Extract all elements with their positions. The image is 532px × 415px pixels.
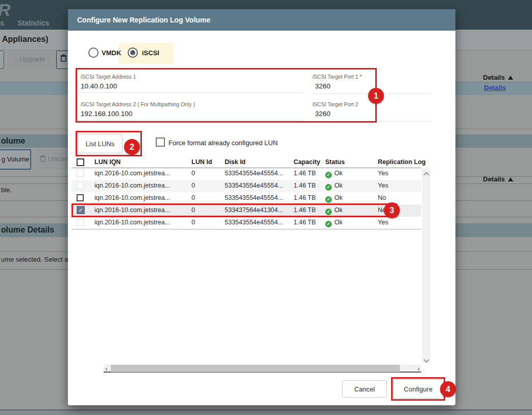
row-checkbox[interactable] — [77, 182, 84, 189]
annotation-step-3: 3 — [384, 202, 400, 218]
vertical-scrollbar[interactable] — [422, 169, 430, 363]
upgrade-button[interactable]: ↑Upgrade — [7, 51, 52, 69]
details-link[interactable]: Details — [484, 84, 506, 91]
bg-message-available: ble. — [1, 186, 12, 194]
table-row-selected[interactable]: ✓ iqn.2016-10.com.jetstrea... 0 53343756… — [71, 204, 421, 217]
screen: R s Statistics Appliances) ↑Upgrade Deta… — [0, 0, 532, 415]
address2-input[interactable]: 192.168.100.100 — [81, 110, 132, 118]
address2-label: iSCSI Target Address 2 ( For Multipathin… — [81, 101, 195, 107]
col-capacity[interactable]: Capacity — [294, 158, 320, 166]
row-checkbox[interactable] — [77, 170, 84, 177]
col-replication-log[interactable]: Replication Log — [378, 158, 426, 166]
iscsi-radio-label[interactable]: iSCSI — [142, 49, 159, 57]
trash-icon — [60, 54, 67, 62]
horizontal-scrollbar[interactable]: ‹ › — [104, 364, 421, 373]
tab-statistics[interactable]: Statistics — [17, 19, 49, 27]
configure-log-volume-button[interactable]: g Volume — [0, 149, 31, 170]
port2-input[interactable]: 3260 — [315, 110, 330, 118]
appliances-section-title: Appliances) — [2, 35, 49, 44]
scroll-right-icon[interactable]: › — [418, 365, 420, 373]
vmdk-radio-label[interactable]: VMDK — [102, 49, 121, 57]
row-checkbox-checked[interactable]: ✓ — [77, 206, 85, 214]
table-row[interactable]: iqn.2016-10.com.jetstrea... 0 533543554e… — [71, 168, 421, 180]
port2-underline — [312, 121, 430, 122]
scrollbar-thumb[interactable] — [111, 365, 400, 372]
scroll-up-icon[interactable] — [423, 172, 429, 177]
configure-replication-log-dialog: Configure New Replication Log Volume VMD… — [68, 9, 455, 405]
port2-label: iSCSI Target Port 2 — [312, 101, 358, 107]
col-disk-id[interactable]: Disk Id — [225, 158, 246, 166]
row-checkbox[interactable] — [77, 219, 84, 226]
col-lun-id[interactable]: LUN Id — [191, 158, 212, 166]
address1-label: iSCSI Target Address 1 — [81, 74, 136, 80]
scroll-down-icon[interactable] — [423, 357, 429, 362]
address2-underline — [78, 120, 304, 121]
address1-input[interactable]: 10.40.0.100 — [81, 82, 117, 90]
volume-details-section-title: olume Details — [1, 225, 54, 235]
cut-button-fragment[interactable] — [0, 51, 4, 69]
port1-input[interactable]: 3260 — [315, 82, 330, 90]
row-checkbox[interactable] — [77, 194, 84, 201]
details-column-header[interactable]: Details — [483, 73, 513, 82]
status-ok-icon: ✓ — [325, 172, 332, 178]
configure-button[interactable]: Configure — [393, 379, 443, 399]
table-row[interactable]: iqn.2016-10.com.jetstrea... 0 533543554e… — [71, 217, 421, 229]
dialog-title: Configure New Replication Log Volume — [77, 9, 210, 31]
details-column-header[interactable]: Details — [483, 174, 513, 183]
status-ok-icon: ✓ — [325, 221, 332, 227]
iscsi-radio[interactable] — [128, 48, 138, 58]
log-volume-section-title: olume — [1, 136, 25, 146]
annotation-step-4: 4 — [440, 381, 456, 397]
status-ok-icon: ✓ — [325, 184, 332, 191]
sort-asc-icon — [508, 177, 513, 181]
force-format-label: Force format already configured LUN — [168, 139, 278, 147]
vmdk-radio[interactable] — [88, 48, 99, 58]
table-row[interactable]: iqn.2016-10.com.jetstrea... 0 533543554e… — [71, 192, 421, 204]
bg-footer-bar — [0, 409, 532, 415]
col-lun-iqn[interactable]: LUN IQN — [94, 158, 120, 166]
scroll-left-icon[interactable]: ‹ — [105, 365, 107, 373]
trash-icon — [40, 155, 46, 162]
upgrade-icon: ↑ — [14, 55, 18, 63]
status-ok-icon: ✓ — [325, 209, 332, 215]
tab-fragment[interactable]: s — [0, 19, 4, 27]
dialog-header: Configure New Replication Log Volume — [68, 9, 455, 31]
annotation-step-2: 2 — [124, 139, 140, 155]
table-row[interactable]: iqn.2016-10.com.jetstrea... 0 533543554e… — [71, 180, 421, 192]
annotation-step-1: 1 — [368, 88, 384, 104]
select-all-checkbox[interactable] — [77, 158, 84, 166]
list-luns-button[interactable]: List LUNs — [78, 134, 123, 153]
bg-message-no-volume: ume selected. Select a v — [1, 256, 74, 263]
table-bottom-border — [71, 229, 421, 229]
status-ok-icon: ✓ — [325, 196, 332, 203]
address1-underline — [78, 93, 304, 93]
cancel-button[interactable]: Cancel — [342, 380, 387, 398]
force-format-checkbox[interactable] — [156, 137, 165, 147]
col-status[interactable]: Status — [325, 158, 345, 166]
port1-label: iSCSI Target Port 1 * — [312, 74, 362, 80]
app-logo: R — [0, 0, 11, 20]
sort-asc-icon — [508, 76, 513, 80]
